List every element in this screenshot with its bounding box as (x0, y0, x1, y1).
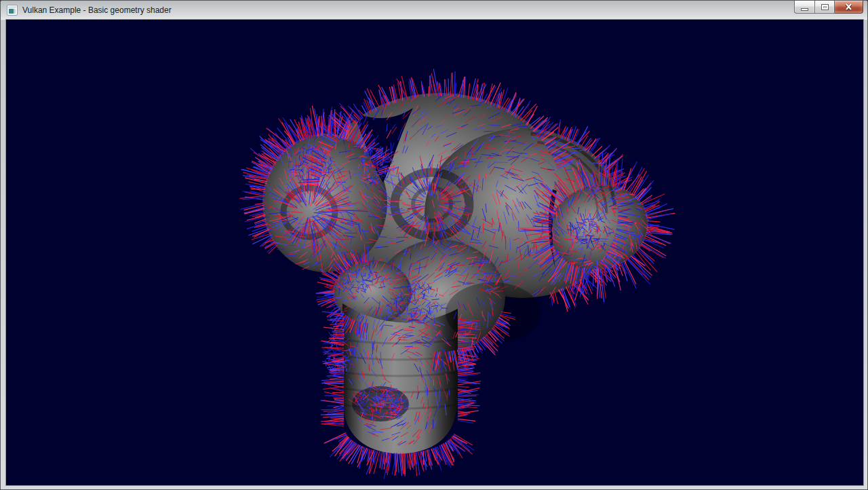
maximize-icon (821, 4, 829, 10)
close-button[interactable] (835, 1, 863, 14)
app-icon-detail (9, 9, 14, 14)
geometry-shader-render (6, 20, 863, 485)
close-icon (844, 3, 853, 11)
caption-button-group (794, 1, 863, 14)
vulkan-viewport[interactable] (6, 20, 863, 485)
vulkan-app-icon (7, 5, 18, 16)
maximize-button[interactable] (814, 1, 835, 14)
title-bar[interactable]: Vulkan Example - Basic geometry shader (1, 1, 867, 20)
minimize-button[interactable] (794, 1, 814, 14)
window-title: Vulkan Example - Basic geometry shader (22, 1, 172, 20)
app-icon-detail (8, 6, 16, 8)
app-icon-detail (14, 9, 16, 14)
minimize-icon (801, 8, 808, 11)
app-window: Vulkan Example - Basic geometry shader (0, 0, 868, 490)
